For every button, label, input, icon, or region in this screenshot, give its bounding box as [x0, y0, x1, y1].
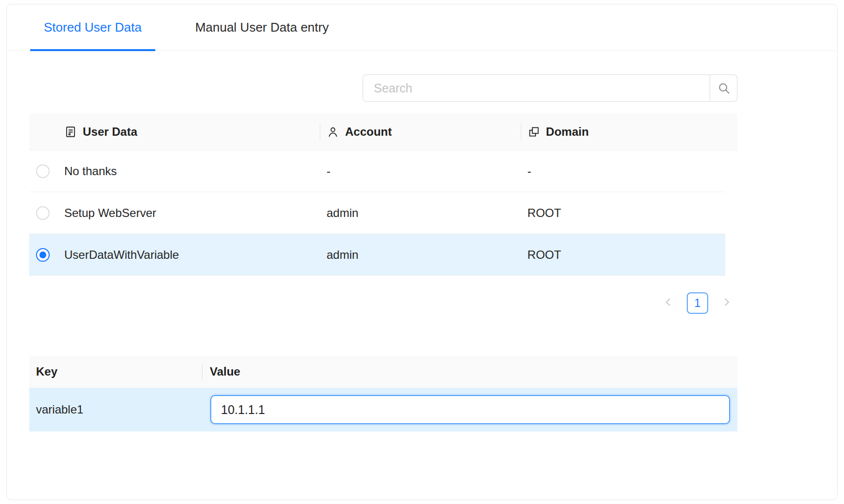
domain-cell: - [528, 164, 532, 178]
search-button[interactable] [710, 74, 737, 102]
table-row-no-thanks[interactable]: No thanks - - [29, 150, 725, 192]
user-data-icon [64, 126, 77, 138]
tab-stored-user-data[interactable]: Stored User Data [44, 4, 142, 51]
tab-stored-user-data-label: Stored User Data [44, 20, 142, 35]
tab-manual-user-data-entry-label: Manual User Data entry [195, 20, 329, 35]
search-icon [717, 81, 731, 95]
user-data-cell: UserDataWithVariable [64, 248, 179, 262]
user-data-table: User Data Account [29, 113, 737, 276]
radio-userdatawithvariable[interactable] [36, 248, 50, 262]
variables-table: Key Value variable1 [29, 356, 737, 432]
value-column-label: Value [210, 365, 240, 378]
page-number-button[interactable]: 1 [687, 292, 708, 314]
header-domain: Domain [521, 125, 725, 139]
account-cell: admin [327, 248, 358, 262]
chevron-left-icon [662, 296, 675, 310]
account-icon [327, 126, 339, 138]
user-data-panel: Stored User Data Manual User Data entry [6, 4, 838, 500]
key-column-label: Key [36, 365, 57, 378]
user-data-cell: Setup WebServer [64, 206, 156, 220]
current-page: 1 [695, 297, 701, 310]
search-box [363, 74, 737, 102]
table-row-setup-webserver[interactable]: Setup WebServer admin ROOT [29, 192, 725, 234]
domain-cell: ROOT [528, 206, 561, 220]
user-data-table-header: User Data Account [29, 113, 737, 150]
variable-row: variable1 [29, 388, 737, 432]
pagination: 1 [29, 292, 737, 314]
header-account: Account [320, 125, 521, 139]
user-data-column-label: User Data [83, 125, 137, 139]
header-user-data: User Data [64, 125, 320, 139]
chevron-right-icon [720, 296, 733, 310]
tab-bar: Stored User Data Manual User Data entry [7, 4, 837, 51]
domain-column-label: Domain [546, 125, 589, 139]
radio-setup-webserver[interactable] [36, 206, 50, 220]
search-input[interactable] [363, 74, 710, 102]
account-column-label: Account [345, 125, 392, 139]
account-cell: admin [327, 206, 358, 220]
variable-key: variable1 [36, 403, 83, 416]
account-cell: - [327, 164, 330, 178]
radio-no-thanks[interactable] [36, 164, 50, 178]
variables-table-header: Key Value [29, 356, 737, 388]
next-page-button[interactable] [716, 292, 737, 314]
value-input[interactable] [210, 395, 730, 424]
domain-cell: ROOT [528, 248, 561, 262]
tab-manual-user-data-entry[interactable]: Manual User Data entry [195, 4, 329, 51]
table-row-userdatawithvariable[interactable]: UserDataWithVariable admin ROOT [29, 234, 725, 276]
user-data-cell: No thanks [64, 164, 117, 178]
domain-icon [528, 126, 540, 138]
search-row [29, 74, 737, 102]
prev-page-button[interactable] [658, 292, 679, 314]
